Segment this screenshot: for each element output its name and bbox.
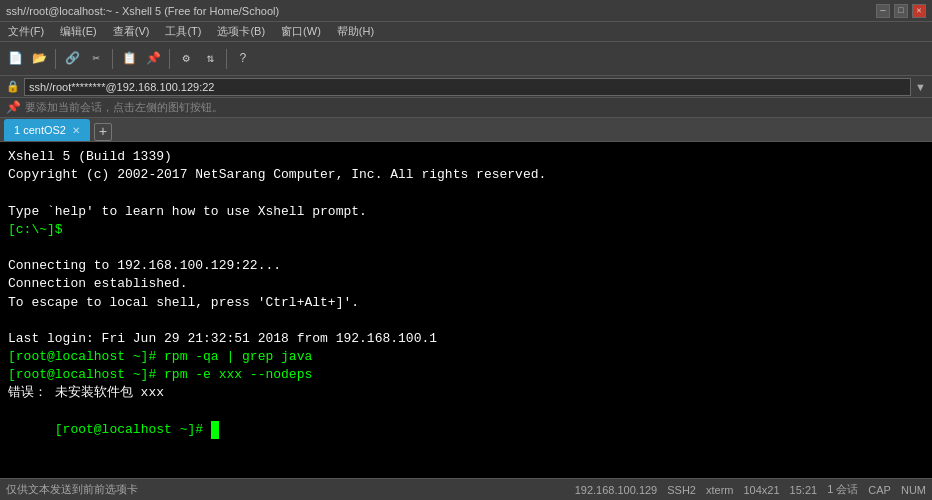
term-line-11: Last login: Fri Jun 29 21:32:51 2018 fro… (8, 330, 924, 348)
term-line-10 (8, 312, 924, 330)
menu-bar: 文件(F) 编辑(E) 查看(V) 工具(T) 选项卡(B) 窗口(W) 帮助(… (0, 22, 932, 42)
toolbar-sep-1 (55, 49, 56, 69)
address-input[interactable] (24, 78, 911, 96)
address-bar: 🔒 ▼ (0, 76, 932, 98)
status-right: 192.168.100.129 SSH2 xterm 104x21 15:21 … (575, 482, 926, 497)
prompt-text: [root@localhost ~]# (55, 422, 211, 437)
toolbar-paste[interactable]: 📌 (142, 48, 164, 70)
address-label: 🔒 (6, 80, 20, 93)
toolbar-connect[interactable]: 🔗 (61, 48, 83, 70)
term-line-13: [root@localhost ~]# rpm -e xxx --nodeps (8, 366, 924, 384)
term-line-15: [root@localhost ~]# (8, 403, 924, 458)
minimize-button[interactable]: — (876, 4, 890, 18)
menu-file[interactable]: 文件(F) (4, 24, 48, 39)
term-line-3 (8, 184, 924, 202)
menu-window[interactable]: 窗口(W) (277, 24, 325, 39)
new-tab-button[interactable]: + (94, 123, 112, 141)
toolbar-copy[interactable]: 📋 (118, 48, 140, 70)
hint-text: 要添加当前会话，点击左侧的图钉按钮。 (25, 100, 223, 115)
toolbar: 📄 📂 🔗 ✂ 📋 📌 ⚙ ⇅ ? (0, 42, 932, 76)
toolbar-new[interactable]: 📄 (4, 48, 26, 70)
term-line-9: To escape to local shell, press 'Ctrl+Al… (8, 294, 924, 312)
close-button[interactable]: ✕ (912, 4, 926, 18)
status-terminal: xterm (706, 484, 734, 496)
term-line-6 (8, 239, 924, 257)
tab-bar: 1 centOS2 ✕ + (0, 118, 932, 142)
hint-bar: 📌 要添加当前会话，点击左侧的图钉按钮。 (0, 98, 932, 118)
term-line-5: [c:\~]$ (8, 221, 924, 239)
address-arrow[interactable]: ▼ (915, 81, 926, 93)
menu-tabs[interactable]: 选项卡(B) (213, 24, 269, 39)
pin-icon: 📌 (6, 100, 21, 115)
tab-close-icon[interactable]: ✕ (72, 125, 80, 136)
toolbar-help[interactable]: ? (232, 48, 254, 70)
status-num: NUM (901, 484, 926, 496)
term-line-14: 错误： 未安装软件包 xxx (8, 384, 924, 402)
term-line-2: Copyright (c) 2002-2017 NetSarang Comput… (8, 166, 924, 184)
menu-tools[interactable]: 工具(T) (161, 24, 205, 39)
status-left-text: 仅供文本发送到前前选项卡 (6, 482, 138, 497)
status-bar: 仅供文本发送到前前选项卡 192.168.100.129 SSH2 xterm … (0, 478, 932, 500)
status-ip: 192.168.100.129 (575, 484, 658, 496)
toolbar-sep-4 (226, 49, 227, 69)
toolbar-sep-2 (112, 49, 113, 69)
cursor (211, 421, 219, 439)
status-ssh: SSH2 (667, 484, 696, 496)
menu-help[interactable]: 帮助(H) (333, 24, 378, 39)
status-cols: 104x21 (744, 484, 780, 496)
toolbar-transfer[interactable]: ⇅ (199, 48, 221, 70)
term-line-12: [root@localhost ~]# rpm -qa | grep java (8, 348, 924, 366)
toolbar-open[interactable]: 📂 (28, 48, 50, 70)
title-bar: ssh//root@localhost:~ - Xshell 5 (Free f… (0, 0, 932, 22)
term-line-1: Xshell 5 (Build 1339) (8, 148, 924, 166)
toolbar-settings[interactable]: ⚙ (175, 48, 197, 70)
app-window: ssh//root@localhost:~ - Xshell 5 (Free f… (0, 0, 932, 500)
maximize-button[interactable]: □ (894, 4, 908, 18)
term-line-7: Connecting to 192.168.100.129:22... (8, 257, 924, 275)
terminal-area[interactable]: Xshell 5 (Build 1339) Copyright (c) 2002… (0, 142, 932, 500)
status-position: 15:21 (790, 484, 818, 496)
title-text: ssh//root@localhost:~ - Xshell 5 (Free f… (6, 5, 279, 17)
term-line-4: Type `help' to learn how to use Xshell p… (8, 203, 924, 221)
window-controls: — □ ✕ (876, 4, 926, 18)
toolbar-sep-3 (169, 49, 170, 69)
status-caps: CAP (868, 484, 891, 496)
toolbar-disconnect[interactable]: ✂ (85, 48, 107, 70)
tab-centos2[interactable]: 1 centOS2 ✕ (4, 119, 90, 141)
menu-view[interactable]: 查看(V) (109, 24, 154, 39)
term-line-8: Connection established. (8, 275, 924, 293)
tab-label: 1 centOS2 (14, 124, 66, 136)
menu-edit[interactable]: 编辑(E) (56, 24, 101, 39)
status-session: 1 会话 (827, 482, 858, 497)
